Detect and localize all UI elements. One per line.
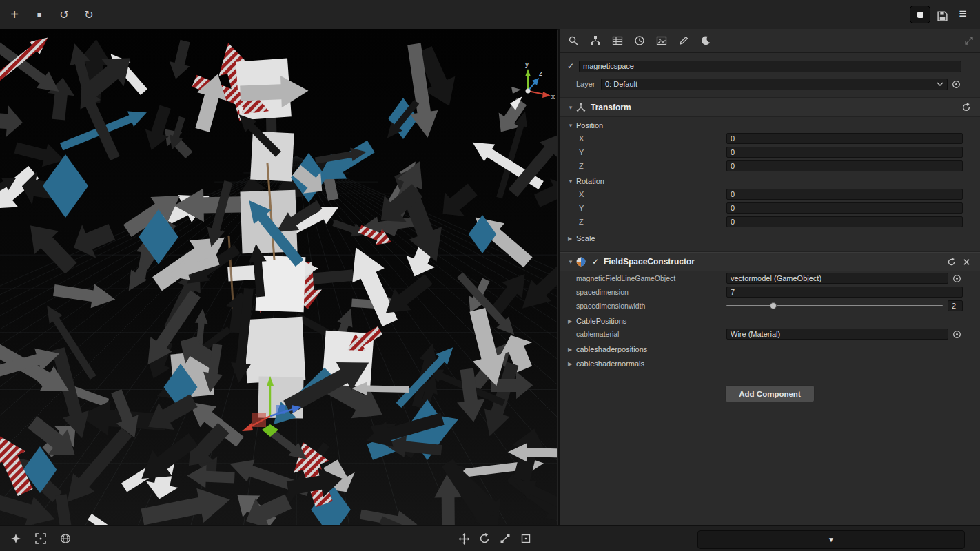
spacedimension-input[interactable] bbox=[726, 287, 963, 298]
expand-icon bbox=[965, 37, 973, 45]
foldout-closed-icon: ▶ bbox=[568, 346, 576, 353]
component-header[interactable]: ▼ ✓ FieldSpaceConstructor bbox=[560, 252, 980, 271]
square-icon: ■ bbox=[37, 10, 42, 19]
object-enabled-checkbox[interactable]: ✓ bbox=[565, 61, 576, 71]
close-icon bbox=[963, 258, 970, 266]
redo-button[interactable]: ↻ bbox=[80, 6, 98, 23]
property-value: vectormodel (GameObject) bbox=[731, 274, 821, 282]
scale-icon bbox=[500, 533, 511, 544]
axis-center[interactable] bbox=[526, 89, 531, 94]
image-tab[interactable] bbox=[655, 34, 668, 48]
object-picker-button[interactable] bbox=[952, 273, 962, 284]
layer-dropdown[interactable]: 0: Default bbox=[601, 79, 948, 90]
scene-viewport[interactable]: y z x bbox=[0, 29, 557, 525]
add-component-button[interactable]: Add Component bbox=[725, 385, 815, 402]
property-label: spacedimensionwidth bbox=[576, 302, 726, 310]
slider-track[interactable] bbox=[726, 305, 943, 306]
position-y-input[interactable] bbox=[726, 147, 963, 158]
cablepositions-foldout[interactable]: ▶ CablePositions bbox=[560, 315, 980, 327]
rotation-z-input[interactable] bbox=[726, 216, 963, 227]
pen-icon bbox=[678, 35, 689, 46]
search-tab[interactable] bbox=[566, 34, 580, 48]
axis-label: Z bbox=[579, 218, 726, 226]
rotation-y-input[interactable] bbox=[726, 202, 963, 214]
record-stop-button[interactable] bbox=[910, 6, 930, 23]
theme-tab[interactable] bbox=[699, 34, 713, 48]
rotation-label: Rotation bbox=[576, 177, 604, 185]
cableshaderpositions-foldout[interactable]: ▶ cableshaderpositions bbox=[560, 343, 980, 355]
save-button[interactable] bbox=[933, 7, 951, 25]
property-label: spacedimension bbox=[576, 288, 726, 296]
component-enabled-checkbox[interactable]: ✓ bbox=[591, 257, 600, 267]
axis-label: Y bbox=[579, 148, 726, 156]
cableshadernormals-foldout[interactable]: ▶ cableshadernormals bbox=[560, 357, 980, 370]
search-icon bbox=[568, 35, 579, 46]
component-title: FieldSpaceConstructor bbox=[604, 257, 695, 267]
component-remove-button[interactable] bbox=[961, 256, 972, 267]
add-button[interactable]: + bbox=[6, 6, 23, 23]
refresh-icon bbox=[947, 258, 956, 267]
chevron-down-icon bbox=[937, 81, 943, 87]
foldout-open-icon: ▼ bbox=[568, 259, 576, 265]
scale-foldout[interactable]: ▶ Scale bbox=[560, 232, 980, 245]
scale-tool-button[interactable] bbox=[496, 530, 514, 548]
rotation-foldout[interactable]: ▼ Rotation bbox=[560, 175, 980, 187]
object-picker-button[interactable] bbox=[952, 329, 962, 340]
redo-icon: ↻ bbox=[84, 8, 93, 21]
bottom-toolbar: ▼ bbox=[0, 525, 980, 551]
bottom-dropdown[interactable]: ▼ bbox=[697, 530, 965, 549]
frame-button[interactable] bbox=[32, 530, 50, 548]
rotate-icon bbox=[479, 533, 490, 544]
slider-value-input[interactable] bbox=[948, 300, 963, 311]
viewport-tools-left bbox=[7, 526, 74, 551]
property-value: Wire (Material) bbox=[731, 330, 780, 338]
position-label: Position bbox=[576, 121, 603, 129]
transform-title: Transform bbox=[591, 103, 631, 112]
picker-icon bbox=[952, 80, 961, 89]
property-row: cablematerial Wire (Material) bbox=[560, 327, 980, 341]
transform-header[interactable]: ▼ Transform bbox=[560, 98, 980, 117]
axis-label-x: x bbox=[551, 93, 555, 101]
menu-button[interactable]: ≡ bbox=[954, 5, 972, 23]
rotation-x-input[interactable] bbox=[726, 189, 963, 200]
material-field[interactable]: Wire (Material) bbox=[726, 329, 948, 340]
scale-label: Scale bbox=[576, 234, 595, 242]
rect-tool-button[interactable] bbox=[517, 530, 535, 548]
position-y-row: Y bbox=[560, 145, 980, 159]
spacedimensionwidth-slider[interactable] bbox=[726, 300, 943, 311]
component-reset-button[interactable] bbox=[946, 256, 957, 267]
rect-tool-icon bbox=[520, 533, 531, 544]
table-tab[interactable] bbox=[611, 34, 624, 48]
property-row: spacedimension bbox=[560, 285, 980, 299]
edit-tab[interactable] bbox=[677, 34, 691, 48]
foldout-open-icon: ▼ bbox=[568, 123, 576, 129]
expand-panel-button[interactable] bbox=[965, 35, 973, 48]
position-foldout[interactable]: ▼ Position bbox=[560, 119, 980, 132]
rotate-tool-button[interactable] bbox=[476, 530, 493, 548]
gameobject-field[interactable]: vectormodel (GameObject) bbox=[726, 273, 948, 284]
effects-button[interactable] bbox=[7, 530, 25, 548]
inspector-panel: ✓ Layer 0: Default ▼ bbox=[558, 29, 980, 525]
stop-icon bbox=[917, 12, 923, 18]
layer-picker-button[interactable] bbox=[951, 79, 961, 90]
history-tab[interactable] bbox=[633, 34, 646, 48]
slider-handle[interactable] bbox=[770, 302, 777, 309]
scene-canvas[interactable]: y z x bbox=[0, 29, 557, 525]
object-header: ✓ bbox=[565, 60, 961, 72]
property-label: CablePositions bbox=[576, 317, 626, 325]
square-button[interactable]: ■ bbox=[30, 6, 48, 23]
rotation-z-row: Z bbox=[560, 215, 980, 229]
object-name-input[interactable] bbox=[579, 61, 961, 72]
move-tool-button[interactable] bbox=[455, 530, 473, 548]
undo-button[interactable]: ↺ bbox=[55, 6, 73, 23]
hierarchy-icon bbox=[590, 35, 601, 46]
viewport-tools-center bbox=[455, 526, 535, 551]
globe-button[interactable] bbox=[57, 530, 74, 548]
axis-label: Y bbox=[579, 204, 726, 212]
layer-value: 0: Default bbox=[605, 80, 937, 88]
layer-label: Layer bbox=[576, 80, 601, 88]
hierarchy-tab[interactable] bbox=[589, 34, 602, 48]
position-x-input[interactable] bbox=[726, 133, 963, 144]
position-z-input[interactable] bbox=[726, 160, 963, 171]
transform-reset-button[interactable] bbox=[961, 102, 972, 113]
